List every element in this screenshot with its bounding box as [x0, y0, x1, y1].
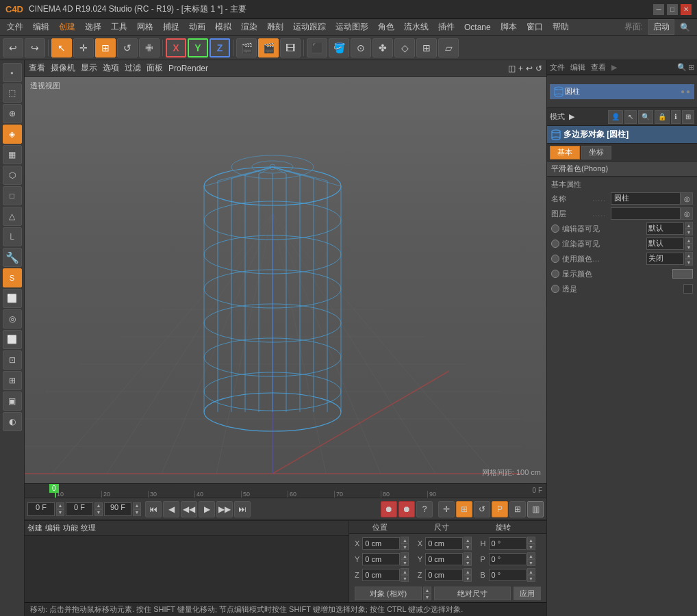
rotate-tool[interactable]: ↺: [117, 38, 138, 57]
color-swatch[interactable]: [672, 269, 693, 279]
mode-lock[interactable]: 🔒: [655, 110, 670, 124]
menu-select[interactable]: 选择: [81, 20, 105, 34]
select-tool[interactable]: ↖: [51, 38, 72, 57]
sphere-btn[interactable]: ⊙: [351, 38, 371, 57]
menu-render[interactable]: 渲染: [237, 20, 262, 34]
menu-pipeline[interactable]: 流水线: [400, 20, 433, 34]
name-input[interactable]: 圆柱: [611, 192, 681, 205]
frame-end-dn[interactable]: ▼: [133, 509, 141, 516]
left-tool-4[interactable]: ◈: [3, 125, 22, 144]
zp-dn[interactable]: ▼: [401, 575, 409, 582]
vt-panels[interactable]: 面板: [147, 62, 163, 74]
obj-vis-1[interactable]: ●: [681, 88, 685, 95]
cube-front[interactable]: ⬛: [307, 38, 327, 57]
mini-tab-function[interactable]: 功能: [63, 523, 78, 533]
goto-start-button[interactable]: ⏮: [145, 501, 162, 517]
minimize-button[interactable]: ─: [653, 4, 664, 15]
vt-prorender[interactable]: ProRender: [168, 64, 208, 73]
rend-up[interactable]: ▲: [685, 237, 693, 244]
undo-button[interactable]: ↩: [3, 38, 23, 57]
hr-dn[interactable]: ▼: [527, 543, 535, 550]
vt-filter[interactable]: 过滤: [125, 62, 141, 74]
left-tool-17[interactable]: ▣: [3, 392, 22, 411]
step-back-button[interactable]: ◀: [163, 501, 179, 517]
rotate-key[interactable]: ↺: [474, 501, 490, 517]
menu-mesh[interactable]: 网格: [133, 20, 157, 34]
vt-icon-3[interactable]: ↩: [526, 64, 533, 73]
renderer-select[interactable]: 默认: [646, 238, 684, 250]
render-view2[interactable]: 🎬: [258, 38, 279, 57]
menu-snap[interactable]: 捕捉: [159, 20, 183, 34]
vt-display[interactable]: 显示: [81, 62, 97, 74]
move-tool[interactable]: ✛: [73, 38, 94, 57]
mode-select[interactable]: 对象 (相对): [355, 587, 422, 600]
uc-dn[interactable]: ▼: [685, 259, 693, 266]
viewport[interactable]: Y X 透视视图 网格间距: 100 cm: [25, 77, 546, 483]
name-icon-btn[interactable]: ◎: [681, 192, 693, 205]
ys-up[interactable]: ▲: [464, 552, 472, 559]
pr-up[interactable]: ▲: [527, 552, 535, 559]
y-pos-value[interactable]: 0 cm: [362, 553, 400, 565]
zp-up[interactable]: ▲: [401, 568, 409, 575]
mini-tab-texture[interactable]: 纹理: [81, 523, 96, 533]
axis-y[interactable]: Y: [188, 38, 208, 57]
mode-up[interactable]: ▲: [423, 587, 431, 593]
frame-start-up[interactable]: ▲: [94, 502, 103, 509]
vt-camera[interactable]: 摄像机: [51, 62, 75, 74]
br-up[interactable]: ▲: [527, 568, 535, 575]
plane-btn[interactable]: ▱: [438, 38, 459, 57]
vt-icon-2[interactable]: +: [518, 64, 523, 73]
ed-dn[interactable]: ▼: [685, 229, 693, 235]
play-forward-button[interactable]: ▶: [199, 501, 215, 517]
grid-btn[interactable]: ⊞: [416, 38, 437, 57]
left-tool-15[interactable]: ⊡: [3, 350, 22, 370]
redo-button[interactable]: ↪: [25, 38, 45, 57]
record2-button[interactable]: ⏺: [398, 501, 415, 517]
left-tool-7[interactable]: □: [3, 186, 22, 205]
goto-end-button[interactable]: ⏭: [234, 501, 251, 517]
mode-cursor[interactable]: ↖: [624, 110, 637, 124]
z-size-value[interactable]: 0 cm: [425, 569, 463, 581]
param-key[interactable]: P: [492, 501, 508, 517]
autokey[interactable]: ▥: [527, 501, 544, 517]
menu-octane[interactable]: Octane: [460, 21, 495, 34]
left-tool-2[interactable]: ⬚: [3, 84, 22, 103]
layer-input[interactable]: [611, 207, 681, 220]
play-back-button[interactable]: ◀◀: [181, 501, 197, 517]
menu-edit[interactable]: 编辑: [29, 20, 53, 34]
obj-header-file[interactable]: 文件: [550, 62, 565, 73]
tab-basic[interactable]: 基本: [550, 146, 580, 159]
menu-script[interactable]: 脚本: [496, 20, 521, 34]
yp-dn[interactable]: ▼: [401, 559, 409, 566]
rend-dn[interactable]: ▼: [685, 244, 693, 251]
menu-character[interactable]: 角色: [374, 20, 398, 34]
transform-tool[interactable]: ✙: [139, 38, 160, 57]
left-tool-12[interactable]: ⬜: [3, 289, 22, 308]
menu-tools[interactable]: 工具: [107, 20, 131, 34]
tab-coords[interactable]: 坐标: [581, 146, 611, 159]
left-tool-10[interactable]: 🔧: [3, 248, 22, 267]
menu-window[interactable]: 窗口: [522, 20, 547, 34]
render-view[interactable]: 🎬: [236, 38, 257, 57]
menu-plugins[interactable]: 插件: [434, 20, 459, 34]
render-all[interactable]: 🎞: [280, 38, 301, 57]
obj-header-view[interactable]: 查看: [591, 62, 606, 73]
left-tool-3[interactable]: ⊕: [3, 104, 22, 123]
end-frame-input[interactable]: 90 F: [104, 502, 131, 516]
yp-up[interactable]: ▲: [401, 552, 409, 559]
menu-file[interactable]: 文件: [3, 20, 27, 34]
editor-select[interactable]: 默认: [646, 222, 684, 235]
xp-dn[interactable]: ▼: [401, 543, 409, 550]
mode-dn[interactable]: ▼: [423, 593, 431, 600]
abs-size[interactable]: 绝对尺寸: [434, 587, 511, 600]
diamond-btn[interactable]: ◇: [394, 38, 415, 57]
xs-up[interactable]: ▲: [464, 537, 472, 543]
menu-sculpt[interactable]: 雕刻: [263, 20, 288, 34]
left-tool-13[interactable]: ◎: [3, 309, 22, 329]
mode-grid[interactable]: ⊞: [682, 110, 694, 124]
frame-up[interactable]: ▲: [56, 502, 64, 509]
current-frame-input[interactable]: 0 F: [27, 502, 55, 516]
scale-key[interactable]: ⊞: [456, 501, 472, 517]
layer-icon-btn[interactable]: ◎: [681, 207, 693, 220]
left-tool-8[interactable]: △: [3, 207, 22, 226]
